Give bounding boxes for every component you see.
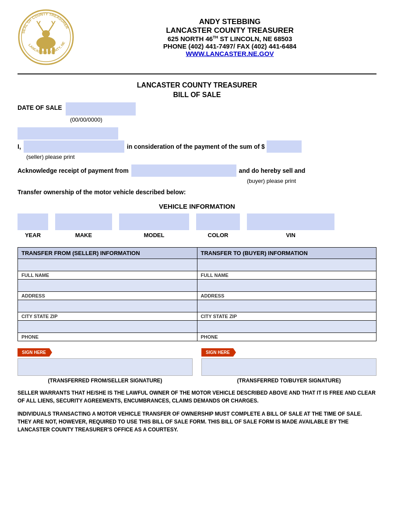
treasurer-website: WWW.LANCASTER.NE.GOV xyxy=(83,50,376,57)
svg-line-6 xyxy=(37,21,39,24)
vehicle-fields: YEAR MAKE MODEL COLOR VIN xyxy=(18,214,376,238)
color-label: COLOR xyxy=(208,232,229,238)
buyer-note: (buyer) please print xyxy=(166,178,376,184)
buyer-label-1: ADDRESS xyxy=(197,292,376,300)
buyer-row: Acknowledge receipt of payment from and … xyxy=(18,164,376,177)
seller-info-header: TRANSFER FROM (SELLER) INFORMATION xyxy=(18,248,197,259)
transfer-table-label-row-0: FULL NAME FULL NAME xyxy=(18,271,376,280)
seller-label-2: CITY STATE ZIP xyxy=(18,312,197,321)
transfer-table-data-row-2 xyxy=(18,300,376,312)
buyer-label-2: CITY STATE ZIP xyxy=(197,312,376,321)
treasurer-title: LANCASTER COUNTY TREASURER xyxy=(83,26,376,35)
buyer-prefix: Acknowledge receipt of payment from xyxy=(18,167,129,174)
seller-sig-box: SIGN HERE (TRANSFERRED FROM/SELLER SIGNA… xyxy=(18,348,193,384)
transfer-table-label-row-3: PHONE PHONE xyxy=(18,333,376,341)
buyer-suffix: and do hereby sell and xyxy=(239,167,306,174)
seller-prefix: I, xyxy=(18,143,21,150)
buyer-label-0: FULL NAME xyxy=(197,271,376,280)
buyer-label-3: PHONE xyxy=(197,333,376,341)
transfer-table-data-row-0 xyxy=(18,259,376,271)
date-input[interactable] xyxy=(66,102,136,116)
seller-sign-btn[interactable]: SIGN HERE xyxy=(18,348,52,357)
header-text-block: ANDY STEBBING LANCASTER COUNTY TREASURER… xyxy=(83,18,376,57)
transfer-table-data-row-1 xyxy=(18,280,376,292)
vehicle-year-field: YEAR xyxy=(18,214,48,238)
seller-data-0[interactable] xyxy=(18,259,197,271)
year-input[interactable] xyxy=(18,214,48,230)
buyer-sig-box: SIGN HERE (TRANSFERRED TO/BUYER SIGNATUR… xyxy=(201,348,376,384)
treasurer-address: 625 NORTH 46TH ST LINCOLN, NE 68503 xyxy=(83,35,376,42)
seller-data-2[interactable] xyxy=(18,300,197,312)
signature-section: SIGN HERE (TRANSFERRED FROM/SELLER SIGNA… xyxy=(18,348,376,384)
disclaimer-2: INDIVIDUALS TRANSACTING A MOTOR VEHICLE … xyxy=(18,410,376,434)
transfer-table-data-row-3 xyxy=(18,321,376,333)
seller-label-1: ADDRESS xyxy=(18,292,197,300)
model-input[interactable] xyxy=(119,214,189,230)
seller-note: (seller) please print xyxy=(26,154,376,160)
svg-line-10 xyxy=(52,21,53,24)
county-seal: SEAL OF COUNTY TREASURER LANCASTER COUNT… xyxy=(18,9,74,66)
buyer-data-2[interactable] xyxy=(197,300,376,312)
year-label: YEAR xyxy=(25,232,41,238)
transfer-text: Transfer ownership of the motor vehicle … xyxy=(18,189,376,196)
seller-input[interactable] xyxy=(24,140,124,153)
vehicle-color-field: COLOR xyxy=(196,214,240,238)
form-title-2: BILL OF SALE xyxy=(18,91,376,99)
make-label: MAKE xyxy=(75,232,92,238)
buyer-sig-label: (TRANSFERRED TO/BUYER SIGNATURE) xyxy=(201,378,376,384)
buyer-signature-line[interactable] xyxy=(201,358,376,376)
svg-line-8 xyxy=(49,24,53,32)
vin-label: VIN xyxy=(286,232,296,238)
form-title-1: LANCASTER COUNTY TREASURER xyxy=(18,81,376,89)
vehicle-make-field: MAKE xyxy=(55,214,112,238)
seller-name-input[interactable] xyxy=(18,127,118,140)
color-input[interactable] xyxy=(196,214,240,230)
svg-line-7 xyxy=(39,21,40,24)
buyer-input[interactable] xyxy=(131,164,236,177)
buyer-data-1[interactable] xyxy=(197,280,376,292)
svg-line-5 xyxy=(39,24,43,32)
header-section: SEAL OF COUNTY TREASURER LANCASTER COUNT… xyxy=(18,9,376,66)
buyer-data-0[interactable] xyxy=(197,259,376,271)
seller-row: I, in consideration of the payment of th… xyxy=(18,140,376,153)
buyer-info-header: TRANSFER TO (BUYER) INFORMATION xyxy=(197,248,376,259)
seller-data-3[interactable] xyxy=(18,321,197,333)
seller-label-0: FULL NAME xyxy=(18,271,197,280)
treasurer-name: ANDY STEBBING xyxy=(83,18,376,26)
seller-data-1[interactable] xyxy=(18,280,197,292)
make-input[interactable] xyxy=(55,214,112,230)
transfer-table-header: TRANSFER FROM (SELLER) INFORMATION TRANS… xyxy=(18,248,376,259)
seller-label-3: PHONE xyxy=(18,333,197,341)
svg-line-9 xyxy=(53,21,55,24)
transfer-table-label-row-2: CITY STATE ZIP CITY STATE ZIP xyxy=(18,312,376,321)
date-section: DATE OF SALE xyxy=(18,102,376,116)
disclaimer-1: SELLER WARRANTS THAT HE/SHE IS THE LAWFU… xyxy=(18,389,376,405)
vin-input[interactable] xyxy=(247,214,334,230)
treasurer-phone: PHONE (402) 441-7497/ FAX (402) 441-6484 xyxy=(83,42,376,50)
buyer-sign-btn[interactable]: SIGN HERE xyxy=(201,348,236,357)
vehicle-vin-field: VIN xyxy=(247,214,334,238)
date-label: DATE OF SALE xyxy=(18,104,62,111)
vehicle-section-title: VEHICLE INFORMATION xyxy=(18,203,376,210)
seller-suffix: in consideration of the payment of the s… xyxy=(127,143,265,150)
header-divider xyxy=(18,74,376,74)
model-label: MODEL xyxy=(144,232,165,238)
sum-input[interactable] xyxy=(267,140,302,153)
vehicle-model-field: MODEL xyxy=(119,214,189,238)
transfer-table-label-row-1: ADDRESS ADDRESS xyxy=(18,292,376,300)
seller-signature-line[interactable] xyxy=(18,358,193,376)
seller-sig-label: (TRANSFERRED FROM/SELLER SIGNATURE) xyxy=(18,378,193,384)
buyer-data-3[interactable] xyxy=(197,321,376,333)
transfer-table: TRANSFER FROM (SELLER) INFORMATION TRANS… xyxy=(18,247,376,341)
date-format: (00/00/0000) xyxy=(70,116,376,123)
